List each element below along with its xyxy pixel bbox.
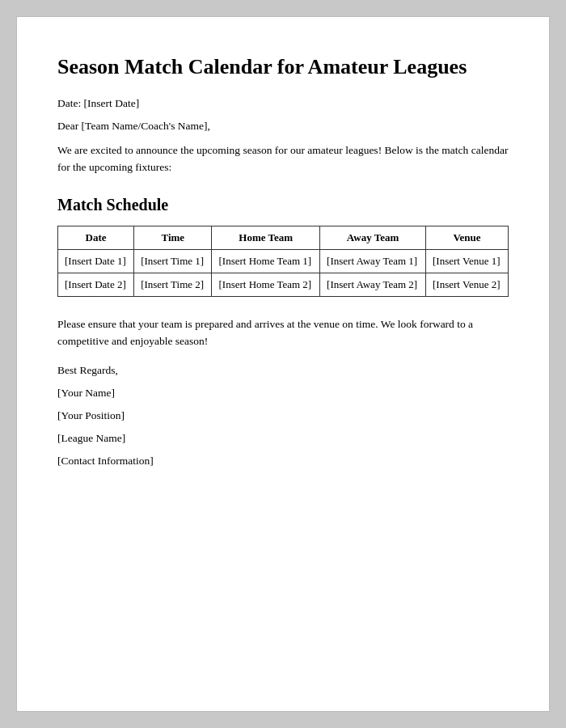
table-cell-row1-col3: [Insert Home Team 1] [212, 249, 320, 273]
table-cell-row1-col5: [Insert Venue 1] [426, 249, 509, 273]
table-row: [Insert Date 2][Insert Time 2][Insert Ho… [58, 273, 509, 296]
intro-text: We are excited to announce the upcoming … [57, 142, 509, 176]
col-header-venue: Venue [426, 226, 509, 249]
sign-league: [League Name] [57, 432, 509, 445]
document-page: Season Match Calendar for Amateur League… [16, 16, 550, 712]
date-field: Date: [Insert Date] [57, 97, 509, 110]
table-cell-row2-col2: [Insert Time 2] [134, 273, 212, 296]
table-cell-row2-col4: [Insert Away Team 2] [320, 273, 426, 296]
col-header-date: Date [58, 226, 134, 249]
footer-text: Please ensure that your team is prepared… [57, 316, 509, 350]
salutation: Dear [Team Name/Coach's Name], [57, 120, 509, 133]
table-header-row: Date Time Home Team Away Team Venue [58, 226, 509, 249]
table-cell-row1-col4: [Insert Away Team 1] [320, 249, 426, 273]
schedule-table: Date Time Home Team Away Team Venue [Ins… [57, 226, 509, 297]
sign-name: [Your Name] [57, 387, 509, 400]
table-cell-row2-col3: [Insert Home Team 2] [212, 273, 320, 296]
sign-contact: [Contact Information] [57, 455, 509, 468]
col-header-home-team: Home Team [212, 226, 320, 249]
table-cell-row2-col5: [Insert Venue 2] [426, 273, 509, 296]
table-cell-row1-col2: [Insert Time 1] [134, 249, 212, 273]
table-row: [Insert Date 1][Insert Time 1][Insert Ho… [58, 249, 509, 273]
col-header-away-team: Away Team [320, 226, 426, 249]
col-header-time: Time [134, 226, 212, 249]
page-title: Season Match Calendar for Amateur League… [57, 53, 509, 81]
section-heading: Match Schedule [57, 196, 509, 214]
table-cell-row1-col1: [Insert Date 1] [58, 249, 134, 273]
sign-position: [Your Position] [57, 409, 509, 422]
sign-off: Best Regards, [57, 364, 509, 377]
table-cell-row2-col1: [Insert Date 2] [58, 273, 134, 296]
